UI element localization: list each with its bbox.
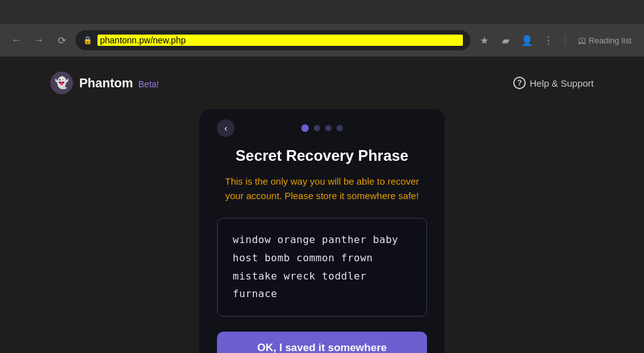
wizard-subtitle: This is the only way you will be able to… xyxy=(217,175,427,203)
lock-icon: 🔒 xyxy=(83,36,92,45)
extensions-button[interactable]: ▰ xyxy=(497,31,514,49)
wizard-header: ‹ xyxy=(217,124,427,132)
wizard-dot-4 xyxy=(336,125,343,131)
wizard-dot-2 xyxy=(314,125,320,131)
profile-button[interactable]: 👤 xyxy=(518,31,536,49)
back-button[interactable]: ← xyxy=(8,31,25,49)
reading-list-icon: 🕮 xyxy=(578,36,586,45)
wizard-card: ‹ Secret Recovery Phrase This is the onl… xyxy=(199,109,445,353)
reading-list-button[interactable]: 🕮 Reading list xyxy=(573,33,636,48)
help-icon: ? xyxy=(513,77,526,89)
refresh-button[interactable]: ⟳ xyxy=(53,31,70,49)
forward-button[interactable]: → xyxy=(30,31,48,49)
toolbar-right: ★ ▰ 👤 ⋮ 🕮 Reading list xyxy=(475,31,636,49)
toolbar-divider xyxy=(565,35,565,46)
bookmark-star-button[interactable]: ★ xyxy=(475,31,493,49)
wizard-dot-3 xyxy=(325,125,331,131)
wizard-title: Secret Recovery Phrase xyxy=(217,147,427,165)
browser-tabs xyxy=(0,0,644,24)
wizard-back-button[interactable]: ‹ xyxy=(217,119,235,137)
browser-toolbar: ← → ⟳ 🔒 ★ ▰ 👤 ⋮ 🕮 Reading list xyxy=(0,24,644,57)
phrase-text: window orange panther baby host bomb com… xyxy=(233,231,411,303)
menu-button[interactable]: ⋮ xyxy=(540,31,557,49)
address-bar-container: 🔒 xyxy=(75,30,470,50)
wizard-dot-1 xyxy=(301,124,309,132)
phantom-beta-badge: Beta! xyxy=(138,79,159,89)
reading-list-label: Reading list xyxy=(589,36,631,45)
address-bar[interactable] xyxy=(97,35,463,46)
ok-saved-button[interactable]: OK, I saved it somewhere xyxy=(217,332,427,353)
phantom-logo: 👻 Phantom Beta! xyxy=(50,72,159,94)
help-support-label: Help & Support xyxy=(530,78,594,89)
phantom-name: Phantom xyxy=(79,76,133,90)
browser-chrome: ← → ⟳ 🔒 ★ ▰ 👤 ⋮ 🕮 Reading list Apps xyxy=(0,0,644,57)
phrase-box: window orange panther baby host bomb com… xyxy=(217,218,427,317)
phantom-name-container: Phantom Beta! xyxy=(79,76,159,90)
help-support-button[interactable]: ? Help & Support xyxy=(513,77,594,89)
phantom-ghost-icon: 👻 xyxy=(50,72,73,94)
ext-topbar: 👻 Phantom Beta! ? Help & Support xyxy=(0,57,644,109)
page-content: 👻 Phantom Beta! ? Help & Support ‹ Secre… xyxy=(0,57,644,353)
wizard-dots xyxy=(301,124,343,132)
